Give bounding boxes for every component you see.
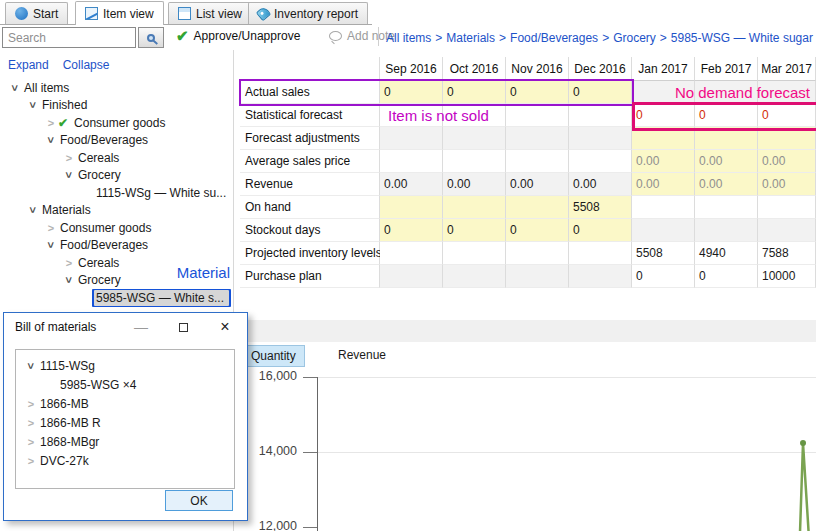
- chevron-collapsed-icon[interactable]: >: [24, 398, 38, 410]
- cell[interactable]: [443, 265, 506, 288]
- chevron-expanded-icon[interactable]: >: [45, 133, 57, 147]
- cell[interactable]: 0.00: [380, 173, 443, 196]
- search-input[interactable]: [2, 27, 136, 48]
- cell[interactable]: 0: [443, 219, 506, 242]
- cell[interactable]: 0.00: [632, 150, 695, 173]
- tree-item-cereals[interactable]: >Cereals: [0, 149, 232, 167]
- tree-item-food-beverages[interactable]: >Food/Beverages: [0, 132, 232, 150]
- tab-list-view[interactable]: List view: [168, 2, 252, 24]
- chevron-expanded-icon[interactable]: >: [27, 98, 39, 112]
- cell[interactable]: [569, 127, 632, 150]
- cell[interactable]: [380, 127, 443, 150]
- cell[interactable]: 0.00: [758, 173, 816, 196]
- tab-item-view[interactable]: Item view: [75, 1, 164, 25]
- chevron-collapsed-icon[interactable]: >: [44, 222, 58, 234]
- cell[interactable]: 0: [380, 81, 443, 104]
- chevron-collapsed-icon[interactable]: >: [24, 436, 38, 448]
- cell[interactable]: 0.00: [569, 173, 632, 196]
- chevron-collapsed-icon[interactable]: >: [24, 417, 38, 429]
- cell[interactable]: [758, 127, 816, 150]
- chevron-expanded-icon[interactable]: >: [25, 359, 37, 373]
- cell[interactable]: 0.00: [506, 173, 569, 196]
- maximize-icon[interactable]: [171, 319, 195, 335]
- cell[interactable]: 0: [758, 104, 816, 127]
- cell[interactable]: [506, 104, 569, 127]
- column-header[interactable]: Feb 2017: [695, 57, 758, 81]
- cell[interactable]: [695, 196, 758, 219]
- tree-item-1866-mb-r[interactable]: >1866-MB R: [16, 413, 234, 432]
- chevron-collapsed-icon[interactable]: >: [62, 152, 76, 164]
- cell[interactable]: [569, 104, 632, 127]
- cell[interactable]: [695, 219, 758, 242]
- cell[interactable]: [758, 196, 816, 219]
- column-header[interactable]: Nov 2016: [506, 57, 569, 81]
- tree-item-1868-mbgr[interactable]: >1868-MBgr: [16, 432, 234, 451]
- cell[interactable]: 0: [695, 265, 758, 288]
- tree-item-consumer-goods[interactable]: >Consumer goods: [0, 219, 232, 237]
- column-header[interactable]: Mar 2017: [758, 57, 816, 81]
- cell[interactable]: 0: [380, 219, 443, 242]
- approve-unapprove-button[interactable]: ✔ Approve/Unapprove: [176, 29, 300, 43]
- cell[interactable]: [380, 150, 443, 173]
- cell[interactable]: 0.00: [632, 173, 695, 196]
- close-icon[interactable]: ×: [213, 318, 237, 336]
- cell[interactable]: [380, 196, 443, 219]
- cell[interactable]: 0.00: [695, 150, 758, 173]
- dialog-title-bar[interactable]: Bill of materials — ×: [4, 313, 247, 341]
- cell[interactable]: [443, 242, 506, 265]
- cell[interactable]: [569, 150, 632, 173]
- cell[interactable]: [506, 150, 569, 173]
- cell[interactable]: 0: [506, 219, 569, 242]
- chevron-collapsed-icon[interactable]: >: [62, 257, 76, 269]
- cell[interactable]: [443, 196, 506, 219]
- cell[interactable]: 7588: [758, 242, 816, 265]
- cell[interactable]: 0.00: [695, 173, 758, 196]
- cell[interactable]: [380, 265, 443, 288]
- cell[interactable]: 0: [569, 81, 632, 104]
- expand-link[interactable]: Expand: [8, 58, 49, 72]
- breadcrumb-item[interactable]: 5985-WSG — White sugar: [671, 31, 813, 45]
- tree-item-1115-wsg-white-su[interactable]: 1115-WSg — White su...: [0, 184, 232, 202]
- cell[interactable]: [632, 196, 695, 219]
- cell[interactable]: 10000: [758, 265, 816, 288]
- cell[interactable]: [443, 127, 506, 150]
- collapse-link[interactable]: Collapse: [63, 58, 110, 72]
- search-button[interactable]: [138, 27, 164, 48]
- tree-item-dvc-27k[interactable]: >DVC-27k: [16, 451, 234, 470]
- cell[interactable]: 0: [632, 104, 695, 127]
- breadcrumb-item[interactable]: Grocery: [613, 31, 656, 45]
- tree-item-consumer-goods[interactable]: >✔Consumer goods: [0, 114, 232, 132]
- tree-item-1115-wsg[interactable]: >1115-WSg: [16, 356, 234, 375]
- breadcrumb-item[interactable]: Materials: [446, 31, 495, 45]
- breadcrumb-item[interactable]: All items: [386, 31, 431, 45]
- chevron-expanded-icon[interactable]: >: [9, 81, 21, 95]
- cell[interactable]: [380, 242, 443, 265]
- cell[interactable]: [506, 127, 569, 150]
- cell[interactable]: 0: [443, 81, 506, 104]
- chevron-collapsed-icon[interactable]: >: [24, 455, 38, 467]
- cell[interactable]: 0: [695, 104, 758, 127]
- tree-item-5985-wsg-white-s[interactable]: 5985-WSG — White s...: [0, 289, 232, 307]
- tree-item-1866-mb[interactable]: >1866-MB: [16, 394, 234, 413]
- tab-inventory-report[interactable]: Inventory report: [248, 2, 368, 24]
- minimize-icon[interactable]: —: [129, 319, 153, 335]
- cell[interactable]: 0.00: [758, 150, 816, 173]
- cell[interactable]: 0: [569, 219, 632, 242]
- column-header[interactable]: Dec 2016: [569, 57, 632, 81]
- tree-item-finished[interactable]: >Finished: [0, 97, 232, 115]
- cell[interactable]: [506, 196, 569, 219]
- cell[interactable]: 0.00: [443, 173, 506, 196]
- tree-item-all-items[interactable]: >All items: [0, 79, 232, 97]
- tree-item-food-beverages[interactable]: >Food/Beverages: [0, 237, 232, 255]
- cell[interactable]: [695, 127, 758, 150]
- cell[interactable]: 0: [506, 81, 569, 104]
- column-header[interactable]: Sep 2016: [380, 57, 443, 81]
- breadcrumb-item[interactable]: Food/Beverages: [510, 31, 598, 45]
- chevron-collapsed-icon[interactable]: >: [44, 117, 58, 129]
- ok-button[interactable]: OK: [165, 490, 233, 511]
- cell[interactable]: [569, 242, 632, 265]
- cell[interactable]: [506, 242, 569, 265]
- chevron-expanded-icon[interactable]: >: [63, 273, 75, 287]
- cell[interactable]: [569, 265, 632, 288]
- chevron-expanded-icon[interactable]: >: [63, 168, 75, 182]
